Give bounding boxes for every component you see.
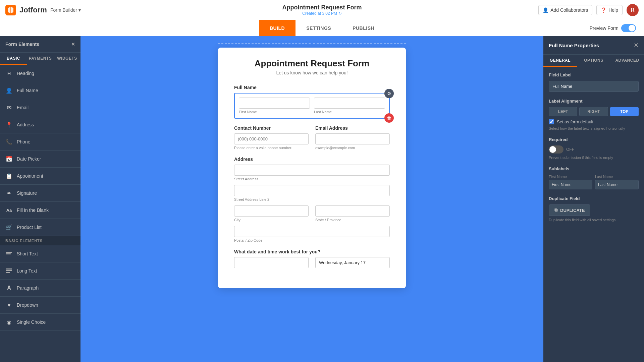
refresh-icon[interactable]: ↻ [338, 11, 342, 16]
sidebar-item-short-text[interactable]: Short Text [0, 245, 80, 262]
email-icon: ✉ [5, 104, 13, 111]
email-hint: example@example.com [315, 146, 390, 150]
sidebar-item-dropdown[interactable]: ▾ Dropdown [0, 297, 80, 314]
contact-number-group: Contact Number Please enter a valid phon… [234, 125, 309, 150]
state-input[interactable] [315, 205, 390, 217]
full-name-inputs: First Name Last Name [239, 98, 385, 114]
field-gear-button[interactable]: ⚙ [384, 89, 394, 98]
sublabels-title: Sublabels [549, 166, 639, 171]
close-icon[interactable]: ✕ [71, 42, 75, 47]
sidebar-item-product-list[interactable]: 🛒 Product List [0, 219, 80, 236]
sidebar-tab-basic[interactable]: BASIC [0, 53, 27, 65]
sidebar-item-full-name[interactable]: 👤 Full Name [0, 82, 80, 99]
sidebar-item-phone[interactable]: 📞 Phone [0, 133, 80, 150]
address-label: Address [234, 157, 390, 162]
sidebar-items: H Heading 👤 Full Name ✉ Email 📍 Address … [0, 65, 80, 362]
city-input[interactable] [234, 205, 309, 217]
person-icon: 👤 [543, 7, 548, 13]
street-address-input[interactable] [234, 165, 390, 176]
email-input[interactable] [315, 133, 390, 144]
postal-input[interactable] [234, 226, 390, 237]
last-name-group: Last Name [314, 98, 385, 114]
panel-tab-options[interactable]: OPTIONS [577, 55, 610, 67]
avatar[interactable]: R [627, 4, 639, 16]
add-collaborators-button[interactable]: 👤 Add Collaborators [538, 5, 592, 15]
last-name-sublabel-key: Last Name [595, 175, 639, 179]
panel-tab-advanced[interactable]: ADVANCED [610, 55, 644, 67]
sidebar-item-fill-blank[interactable]: Aa Fill in the Blank [0, 202, 80, 219]
sidebar-item-paragraph[interactable]: A Paragraph [0, 280, 80, 297]
toggle-off-knob [549, 146, 556, 153]
sidebar-item-heading[interactable]: H Heading [0, 65, 80, 82]
svg-rect-2 [6, 253, 11, 254]
required-hint: Prevent submission if this field is empt… [549, 156, 639, 160]
sidebar-title: Form Elements [5, 42, 39, 47]
time-input[interactable] [315, 257, 390, 268]
sidebar-item-long-text[interactable]: Long Text [0, 262, 80, 280]
duplicate-button[interactable]: ⧉ DUPLICATE [549, 204, 590, 216]
sidebar-item-label: Single Choice [17, 319, 46, 325]
logo-text: Jotform [19, 6, 47, 14]
street-address2-input[interactable] [234, 185, 390, 196]
sublabels-section: Sublabels First Name Last Name [549, 166, 639, 189]
preview-toggle-switch[interactable] [621, 24, 636, 32]
field-label-title: Field Label [549, 72, 639, 77]
last-name-sublabel-item: Last Name [595, 175, 639, 189]
sidebar-item-label: Phone [17, 139, 30, 144]
long-text-icon [5, 267, 13, 275]
heading-icon: H [5, 70, 13, 77]
align-top-button[interactable]: TOP [610, 107, 639, 116]
panel-close-icon[interactable]: ✕ [634, 42, 639, 49]
header-form-title: Appointment Request Form [282, 4, 362, 11]
field-label-input[interactable] [549, 81, 639, 92]
sidebar-item-appointment[interactable]: 📋 Appointment [0, 168, 80, 185]
last-name-input[interactable] [314, 98, 385, 109]
first-name-sublabel-input[interactable] [549, 180, 592, 189]
required-toggle[interactable] [549, 145, 564, 154]
duplicate-hint: Duplicate this field with all saved sett… [549, 218, 639, 222]
sidebar-item-email[interactable]: ✉ Email [0, 99, 80, 116]
set-default-checkbox[interactable] [549, 119, 554, 124]
postal-sublabel: Postal / Zip Code [234, 238, 390, 242]
sidebar-item-address[interactable]: 📍 Address [0, 116, 80, 133]
form-builder-button[interactable]: Form Builder ▾ [50, 7, 81, 13]
svg-rect-4 [6, 270, 12, 271]
sidebar-item-label: Fill in the Blank [17, 207, 49, 213]
date-input[interactable] [234, 257, 309, 268]
sidebar-item-signature[interactable]: ✒ Signature [0, 185, 80, 202]
first-name-input[interactable] [239, 98, 310, 109]
duplicate-field-section: Duplicate Field ⧉ DUPLICATE Duplicate th… [549, 196, 639, 222]
alignment-buttons: LEFT RIGHT TOP [549, 107, 639, 116]
help-button[interactable]: ❓ Help [596, 5, 623, 15]
tab-publish[interactable]: PUBLISH [342, 20, 385, 36]
street2-sublabel: Street Address Line 2 [234, 197, 390, 201]
location-icon: 📍 [5, 121, 13, 128]
tab-settings[interactable]: SETTINGS [296, 20, 342, 36]
panel-tab-general[interactable]: GENERAL [543, 55, 577, 67]
first-name-group: First Name [239, 98, 310, 114]
last-name-sublabel-input[interactable] [595, 180, 639, 189]
align-right-button[interactable]: RIGHT [579, 107, 608, 116]
field-delete-button[interactable]: 🗑 [384, 113, 394, 123]
tab-build[interactable]: BUILD [259, 20, 296, 36]
panel-tabs: GENERAL OPTIONS ADVANCED [543, 55, 644, 67]
sidebar-item-date-picker[interactable]: 📅 Date Picker [0, 150, 80, 168]
header-center: Appointment Request Form Created at 3:02… [282, 4, 362, 16]
full-name-field-wrapper[interactable]: First Name Last Name ⚙ 🗑 [234, 93, 390, 119]
svg-rect-1 [6, 252, 12, 253]
toggle-knob [629, 25, 635, 32]
required-section: Required OFF Prevent submission if this … [549, 137, 639, 160]
sidebar-item-label: Signature [17, 190, 37, 196]
label-alignment-title: Label Alignment [549, 99, 639, 104]
align-left-button[interactable]: LEFT [549, 107, 577, 116]
sidebar-item-label: Long Text [17, 268, 37, 274]
contact-input[interactable] [234, 133, 309, 144]
sidebar-item-label: Full Name [17, 88, 38, 93]
header-right: 👤 Add Collaborators ❓ Help R [538, 4, 639, 16]
fill-blank-icon: Aa [5, 206, 13, 214]
nav-bar: BUILD SETTINGS PUBLISH Preview Form [0, 20, 644, 36]
sidebar-tab-payments[interactable]: PAYMENTS [27, 53, 54, 65]
sidebar-tab-widgets[interactable]: WIDGETS [54, 53, 80, 65]
sidebar-item-single-choice[interactable]: ◉ Single Choice [0, 314, 80, 331]
contact-hint: Please enter a valid phone number. [234, 146, 309, 150]
